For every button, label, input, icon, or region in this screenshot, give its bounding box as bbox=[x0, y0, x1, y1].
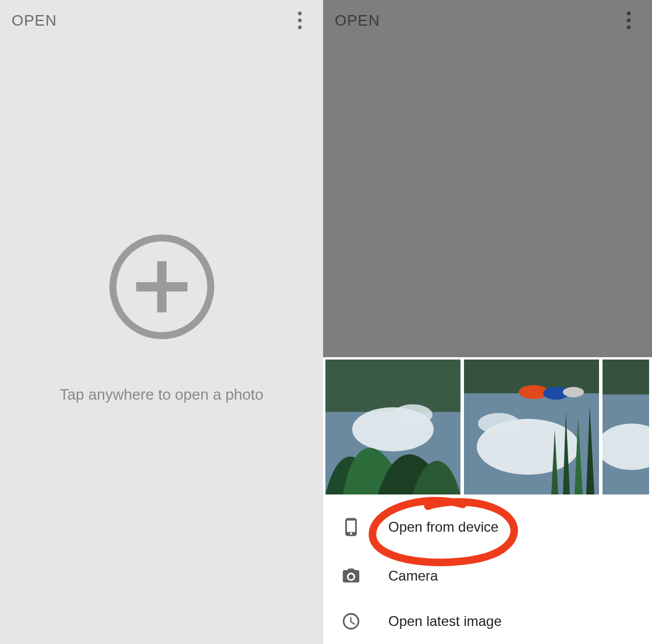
open-photo-tap-area[interactable]: Tap anywhere to open a photo bbox=[0, 41, 323, 644]
photo-thumbnail[interactable] bbox=[603, 360, 649, 494]
open-menu: Open from device Camera Open latest imag… bbox=[323, 498, 652, 644]
open-from-device-item[interactable]: Open from device bbox=[323, 503, 652, 552]
photo-thumbnail[interactable] bbox=[325, 360, 460, 494]
smartphone-icon bbox=[338, 514, 364, 540]
more-vert-icon bbox=[297, 11, 302, 30]
svg-point-0 bbox=[298, 12, 302, 15]
svg-point-1 bbox=[298, 19, 302, 22]
menu-item-label: Open from device bbox=[388, 519, 498, 535]
panel-left-empty-state: OPEN Tap anywhere to open a photo bbox=[0, 0, 323, 644]
open-bottom-sheet: Open from device Camera Open latest imag… bbox=[323, 357, 652, 644]
svg-point-2 bbox=[298, 26, 302, 29]
open-title: OPEN bbox=[12, 12, 57, 30]
tap-hint-text: Tap anywhere to open a photo bbox=[60, 386, 264, 404]
svg-rect-22 bbox=[603, 360, 649, 394]
svg-rect-11 bbox=[325, 360, 460, 412]
menu-item-label: Open latest image bbox=[388, 613, 502, 629]
add-photo-button[interactable] bbox=[109, 234, 214, 339]
svg-point-23 bbox=[603, 424, 649, 470]
svg-point-17 bbox=[478, 413, 520, 434]
recent-thumbnails-row[interactable] bbox=[323, 357, 652, 498]
topbar: OPEN bbox=[0, 0, 323, 41]
camera-icon bbox=[338, 563, 364, 589]
svg-point-13 bbox=[393, 404, 433, 425]
svg-point-20 bbox=[563, 387, 584, 397]
open-latest-item[interactable]: Open latest image bbox=[323, 600, 652, 642]
plus-icon bbox=[133, 258, 191, 316]
camera-item[interactable]: Camera bbox=[323, 552, 652, 600]
panel-right-open-sheet: OPEN bbox=[323, 0, 652, 644]
clock-icon bbox=[338, 609, 364, 634]
svg-rect-4 bbox=[136, 282, 187, 291]
overflow-menu-button[interactable] bbox=[288, 9, 311, 32]
menu-item-label: Camera bbox=[388, 568, 438, 584]
photo-thumbnail[interactable] bbox=[464, 360, 599, 494]
